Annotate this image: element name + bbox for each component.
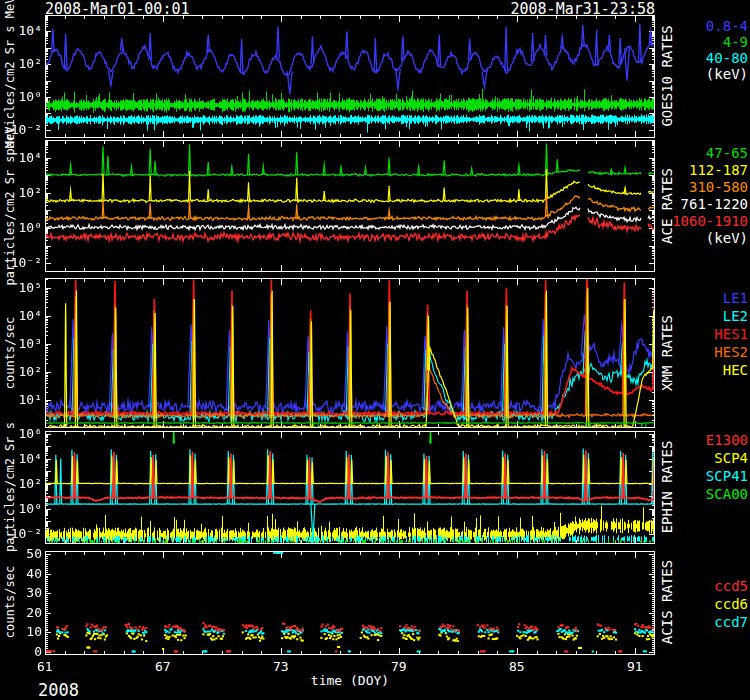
legend-entry: HES2 bbox=[658, 343, 748, 361]
goes-canvas bbox=[45, 15, 655, 138]
acis-panel bbox=[45, 551, 655, 655]
ephin-legend: E1300SCP4SCP41SCA00 bbox=[658, 431, 748, 503]
ytick-label: 10⁰ bbox=[4, 89, 42, 104]
ace-panel bbox=[45, 140, 655, 272]
xtick-label: 79 bbox=[391, 659, 407, 674]
legend-entry: LE1 bbox=[658, 289, 748, 307]
xtick-label: 61 bbox=[37, 659, 53, 674]
ytick-label: 10⁰ bbox=[4, 501, 42, 516]
ytick-label: 10 bbox=[4, 624, 42, 639]
legend-unit: (keV) bbox=[658, 230, 748, 247]
xtick-label: 91 bbox=[627, 659, 643, 674]
year-label: 2008 bbox=[38, 680, 79, 700]
ytick-label: 10⁻² bbox=[4, 122, 42, 137]
ytick-label: 10⁴ bbox=[4, 308, 42, 323]
ytick-label: 10² bbox=[4, 476, 42, 491]
ytick-label: 30 bbox=[4, 585, 42, 600]
ephin-panel bbox=[45, 431, 655, 544]
xmm-canvas bbox=[45, 278, 655, 428]
ace-canvas bbox=[45, 140, 655, 272]
ytick-label: 10⁴ bbox=[4, 150, 42, 165]
legend-entry: HEC bbox=[658, 361, 748, 379]
legend-entry: SCP41 bbox=[658, 467, 748, 485]
legend-entry: ccd7 bbox=[658, 613, 748, 631]
ytick-label: 10¹ bbox=[4, 392, 42, 407]
ytick-label: 10² bbox=[4, 364, 42, 379]
legend-entry: ccd5 bbox=[658, 577, 748, 595]
legend-unit: (keV) bbox=[658, 66, 748, 82]
legend-entry: 0.8-4 bbox=[658, 18, 748, 34]
legend-entry: ccd6 bbox=[658, 595, 748, 613]
ytick-label: 10³ bbox=[4, 336, 42, 351]
acis-canvas bbox=[45, 551, 655, 655]
ytick-label: 10⁶ bbox=[4, 426, 42, 441]
ytick-label: 10⁰ bbox=[4, 220, 42, 235]
ace-legend: 47-65112-187310-580761-12201060-1910(keV… bbox=[658, 145, 748, 247]
legend-entry: 1060-1910 bbox=[658, 213, 748, 230]
radiation-monitor-figure: 2008-Mar01-00:01 2008-Mar31-23:58 partic… bbox=[0, 0, 750, 700]
goes-panel bbox=[45, 15, 655, 138]
ytick-label: 20 bbox=[4, 605, 42, 620]
ytick-label: 40 bbox=[4, 566, 42, 581]
legend-entry: 47-65 bbox=[658, 145, 748, 162]
legend-entry: 112-187 bbox=[658, 162, 748, 179]
legend-entry: 4-9 bbox=[658, 34, 748, 50]
xtick-label: 67 bbox=[155, 659, 171, 674]
xtick-label: 85 bbox=[509, 659, 525, 674]
legend-entry: 761-1220 bbox=[658, 196, 748, 213]
ytick-label: 10⁵ bbox=[4, 280, 42, 295]
xmm-panel bbox=[45, 278, 655, 428]
ytick-label: 10⁻² bbox=[4, 255, 42, 270]
ytick-label: 50 bbox=[4, 546, 42, 561]
ytick-label: 10⁴ bbox=[4, 451, 42, 466]
ytick-label: 10⁴ bbox=[4, 23, 42, 38]
xmm-legend: LE1LE2HES1HES2HEC bbox=[658, 289, 748, 379]
legend-entry: HES1 bbox=[658, 325, 748, 343]
legend-entry: 310-580 bbox=[658, 179, 748, 196]
xtick-label: 73 bbox=[273, 659, 289, 674]
ytick-label: 10² bbox=[4, 56, 42, 71]
acis-legend: ccd5ccd6ccd7 bbox=[658, 577, 748, 631]
goes-legend: 0.8-44-940-80(keV) bbox=[658, 18, 748, 82]
legend-entry: LE2 bbox=[658, 307, 748, 325]
ephin-canvas bbox=[45, 431, 655, 544]
ytick-label: 0 bbox=[4, 644, 42, 659]
legend-entry: E1300 bbox=[658, 431, 748, 449]
x-axis-label: time (DOY) bbox=[45, 673, 655, 688]
ytick-label: 10⁻² bbox=[4, 526, 42, 541]
legend-entry: SCP4 bbox=[658, 449, 748, 467]
ytick-label: 10² bbox=[4, 185, 42, 200]
legend-entry: SCA00 bbox=[658, 485, 748, 503]
legend-entry: 40-80 bbox=[658, 50, 748, 66]
